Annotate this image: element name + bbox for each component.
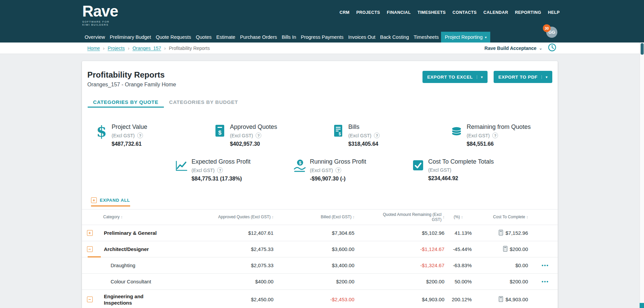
dollar-icon: $ — [94, 123, 109, 147]
vertical-scrollbar[interactable] — [640, 43, 644, 308]
breadcrumb-separator-icon: › — [128, 45, 129, 51]
top-nav-financial[interactable]: FINANCIAL — [387, 10, 411, 15]
breadcrumb-current: Profitability Reports — [169, 46, 210, 51]
hand-dollar-icon: $ — [292, 158, 307, 182]
rave-logo[interactable]: Rave SOFTWARE FOR KIWI BUILDERS — [82, 3, 118, 26]
breadcrumb-projects[interactable]: Projects — [108, 46, 125, 51]
help-icon[interactable]: ? — [256, 133, 261, 138]
logo-tagline: SOFTWARE FOR KIWI BUILDERS — [82, 20, 118, 26]
row-menu-button[interactable]: ••• — [541, 264, 549, 267]
expand-row-icon[interactable]: + — [87, 230, 93, 236]
page-subtitle: Oranges_157 - Orange Family Home — [87, 81, 176, 88]
cost-to-complete-cell: $4,903.00 — [472, 296, 528, 303]
top-nav-projects[interactable]: PROJECTS — [356, 10, 380, 15]
approved-quotes-cell: $400.00 — [192, 279, 274, 284]
stat-value: $234,464.92 — [428, 175, 494, 181]
subnav-purchase-orders[interactable]: Purchase Orders — [238, 32, 280, 43]
stat-cost-to-complete-totals: Cost To Complete Totals (Excl GST) $234,… — [411, 158, 494, 181]
cost-to-complete-cell: $200.00 — [472, 279, 528, 284]
sort-billed[interactable]: Billed (Excl GST) ↑ — [274, 215, 355, 220]
subnav-project-reporting[interactable]: Project Reporting ▾ — [441, 32, 490, 43]
stat-title: Expected Gross Profit — [192, 158, 251, 165]
coins-icon — [449, 123, 464, 147]
top-nav-reporting[interactable]: REPORTING — [515, 10, 541, 15]
billed-cell: -$2,453.00 — [274, 297, 355, 302]
check-square-icon — [411, 158, 426, 181]
expand-all-button[interactable]: + EXPAND ALL — [91, 197, 130, 206]
export-actions: EXPORT TO EXCEL ▾ EXPORT TO PDF ▾ — [422, 70, 552, 83]
card-header: Profitability Reports Oranges_157 - Oran… — [82, 61, 558, 88]
scrollbar-thumb[interactable] — [641, 43, 644, 55]
table-row: − Architect/Designer $2,475.33 $3,600.00… — [82, 241, 558, 257]
remaining-cell: -$1,324.67 — [355, 262, 445, 268]
calculator-icon — [503, 246, 507, 253]
sort-category[interactable]: Category ↑ — [97, 215, 192, 220]
workspace-selector[interactable]: Rave Build Acceptance ⌄ — [485, 46, 543, 51]
stat-title: Running Gross Profit — [310, 158, 366, 165]
bill-icon: $ — [331, 123, 346, 147]
help-icon[interactable]: ? — [374, 133, 380, 138]
export-to-pdf-button[interactable]: EXPORT TO PDF ▾ — [494, 71, 552, 83]
top-nav-crm[interactable]: CRM — [340, 10, 350, 15]
subnav-preliminary-budget[interactable]: Preliminary Budget — [107, 32, 153, 43]
table-row: + Preliminary & General $12,407.61 $7,30… — [82, 225, 558, 241]
subnav-quote-requests[interactable]: Quote Requests — [153, 32, 194, 43]
stat-title: Approved Quotes — [230, 123, 277, 131]
stat-approved-quotes: $ Approved Quotes (Excl GST)? $402,957.3… — [212, 123, 277, 147]
categories-table: Category ↑ Approved Quotes (Excl GST) ↑ … — [82, 209, 558, 308]
breadcrumb-home[interactable]: Home — [87, 46, 100, 51]
cost-to-complete-cell: $200.00 — [472, 246, 528, 253]
help-icon[interactable]: ? — [335, 167, 341, 173]
svg-text:$: $ — [218, 130, 222, 136]
breadcrumb-separator-icon: › — [103, 45, 105, 51]
billed-cell: $3,600.00 — [274, 246, 355, 252]
stat-remaining-from-quotes: Remaining from Quotes (Excl GST)? $84,55… — [449, 123, 531, 147]
subnav-overview[interactable]: Overview — [82, 32, 107, 43]
breadcrumb-project[interactable]: Oranges_157 — [133, 46, 161, 51]
top-nav-contacts[interactable]: CONTACTS — [452, 10, 477, 15]
sort-percent[interactable]: (%) ↑ — [445, 215, 472, 220]
stat-value: $84,775.31 (17.38%) — [192, 176, 251, 182]
approved-quotes-cell: $2,450.00 — [192, 297, 274, 302]
subnav-back-costing[interactable]: Back Costing — [378, 32, 411, 43]
row-menu-button[interactable]: ••• — [541, 280, 549, 283]
subnav-bills-in[interactable]: Bills In — [280, 32, 299, 43]
project-sub-nav: Overview Preliminary Budget Quote Reques… — [82, 32, 490, 43]
help-icon[interactable]: ? — [137, 133, 143, 138]
subnav-timesheets[interactable]: Timesheets — [411, 32, 441, 43]
stat-expected-gross-profit: Expected Gross Profit (Excl GST)? $84,77… — [174, 158, 251, 182]
collapse-row-icon[interactable]: − — [87, 246, 93, 252]
remaining-cell: -$1,124.67 — [355, 246, 445, 252]
calculator-icon — [499, 230, 503, 236]
top-nav-calendar[interactable]: CALENDAR — [484, 10, 508, 15]
top-nav: CRM PROJECTS FINANCIAL TIMESHEETS CONTAC… — [340, 10, 560, 15]
subnav-invoices-out[interactable]: Invoices Out — [346, 32, 378, 43]
tab-categories-by-quote[interactable]: CATEGORIES BY QUOTE — [88, 97, 164, 108]
export-to-excel-button[interactable]: EXPORT TO EXCEL ▾ — [422, 71, 488, 83]
category-name: Draughting — [111, 262, 135, 269]
sort-cost-to-complete[interactable]: Cost To Complete ↑ — [472, 215, 528, 220]
stat-title: Cost To Complete Totals — [428, 158, 494, 165]
table-header-row: Category ↑ Approved Quotes (Excl GST) ↑ … — [82, 209, 558, 225]
subnav-quotes[interactable]: Quotes — [194, 32, 214, 43]
top-nav-timesheets[interactable]: TIMESHEETS — [417, 10, 446, 15]
history-clock-button[interactable] — [548, 43, 556, 53]
help-icon[interactable]: ? — [217, 167, 223, 173]
line-chart-icon — [174, 158, 189, 182]
collapse-row-icon[interactable]: − — [87, 297, 93, 302]
billed-cell: $7,304.65 — [274, 230, 355, 236]
top-nav-help[interactable]: HELP — [548, 10, 560, 15]
remaining-cell: $200.00 — [355, 279, 445, 284]
subnav-estimate[interactable]: Estimate — [214, 32, 237, 43]
category-name: Architect/Designer — [104, 246, 149, 252]
help-icon[interactable]: ? — [492, 133, 498, 138]
stat-title: Remaining from Quotes — [467, 123, 531, 131]
scrollbar-bottom-button[interactable] — [640, 303, 644, 308]
page-title: Profitability Reports — [87, 70, 176, 80]
user-menu: 30 GG — [543, 24, 558, 38]
tab-categories-by-budget[interactable]: CATEGORIES BY BUDGET — [164, 97, 243, 108]
sort-approved-quotes[interactable]: Approved Quotes (Excl GST) ↑ — [192, 215, 274, 220]
sort-arrow-icon: ↑ — [461, 215, 463, 220]
subnav-progress-payments[interactable]: Progress Payments — [298, 32, 346, 43]
sort-quoted-amount-remaining[interactable]: Quoted Amount Remaining (Excl GST) ↑ — [355, 212, 445, 222]
